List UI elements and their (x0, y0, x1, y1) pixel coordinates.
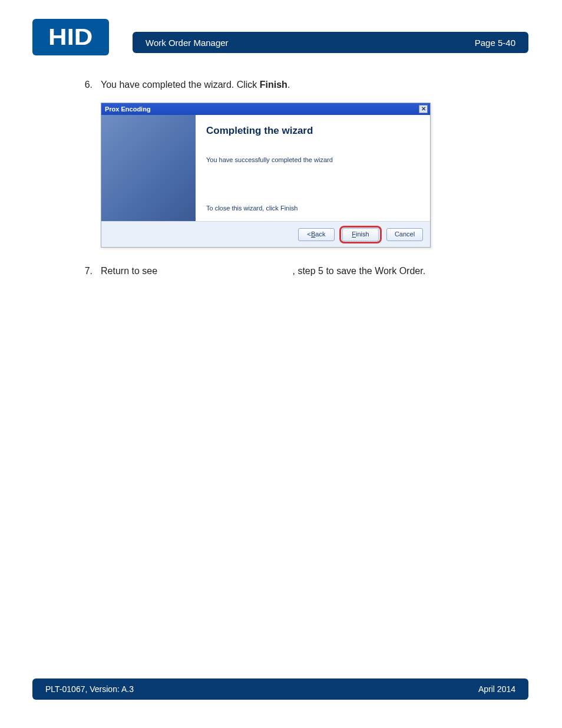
wizard-close-button[interactable]: ✕ (419, 105, 428, 113)
close-icon: ✕ (421, 106, 426, 112)
header-title: Work Order Manager (146, 38, 229, 48)
wizard-message: You have successfully completed the wiza… (206, 155, 419, 165)
brand-logo-text: HID (48, 25, 92, 50)
step-7-number: 7. (80, 264, 92, 278)
wizard-back-rest: ack (315, 229, 325, 239)
step-6-pre: You have completed the wizard. Click (101, 80, 260, 90)
wizard-heading: Completing the wizard (206, 123, 419, 139)
wizard-cancel-label: Cancel (395, 229, 415, 239)
wizard-finish-rest: inish (356, 229, 369, 239)
wizard-body: Completing the wizard You have successfu… (101, 115, 430, 221)
wizard-back-underline: B (311, 229, 315, 239)
footer-doc-id: PLT-01067, Version: A.3 (45, 684, 134, 694)
wizard-titlebar: Prox Encoding ✕ (101, 103, 430, 115)
wizard-finish-highlight: Finish (339, 226, 382, 243)
wizard-finish-underline: F (352, 229, 356, 239)
wizard-side-graphic (101, 115, 196, 221)
wizard-close-hint: To close this wizard, click Finish (206, 203, 419, 213)
step-6: 6. You have completed the wizard. Click … (80, 78, 527, 92)
step-7-post: , step 5 to save the Work Order. (293, 266, 426, 276)
brand-logo: HID (32, 19, 109, 55)
step-7: 7. Return to see , step 5 to save the Wo… (80, 264, 527, 278)
wizard-back-button[interactable]: < Back (298, 228, 335, 241)
step-6-bold: Finish (260, 80, 287, 90)
footer-date: April 2014 (478, 684, 515, 694)
step-6-number: 6. (80, 78, 92, 92)
page-footer: PLT-01067, Version: A.3 April 2014 (32, 678, 528, 700)
step-6-post: . (287, 80, 290, 90)
step-7-pre: Return to see (101, 266, 160, 276)
wizard-button-bar: < Back Finish Cancel (101, 221, 430, 247)
step-6-text: You have completed the wizard. Click Fin… (101, 78, 290, 92)
wizard-finish-button[interactable]: Finish (342, 228, 379, 241)
page-content: 6. You have completed the wizard. Click … (80, 78, 527, 289)
wizard-dialog: Prox Encoding ✕ Completing the wizard Yo… (101, 103, 431, 248)
wizard-title-text: Prox Encoding (105, 104, 151, 114)
page-header: Work Order Manager Page 5-40 (133, 32, 528, 53)
wizard-cancel-button[interactable]: Cancel (386, 228, 423, 241)
wizard-main: Completing the wizard You have successfu… (196, 115, 430, 221)
header-page-number: Page 5-40 (475, 38, 515, 48)
step-7-text: Return to see , step 5 to save the Work … (101, 264, 425, 278)
